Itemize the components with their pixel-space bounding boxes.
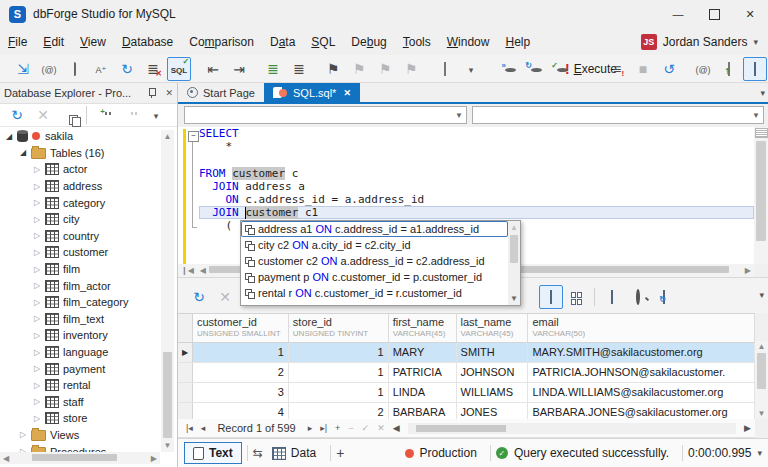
grid-hscrollbar[interactable]	[408, 423, 736, 434]
completion-item[interactable]: payment p ON c.customer_id = p.customer_…	[241, 269, 508, 285]
column-visibility-icon[interactable]	[600, 285, 624, 309]
tree-item-language[interactable]: ▷language	[0, 344, 160, 361]
tree-item-film-actor[interactable]: ▷film_actor	[0, 277, 160, 294]
tree-item-city[interactable]: ▷city	[0, 211, 160, 228]
auto-refresh-grid-icon[interactable]: ↻	[652, 285, 676, 309]
completion-item[interactable]: address a1 ON c.address_id = a1.address_…	[241, 221, 508, 237]
column-header-customer_id[interactable]: customer_idUNSIGNED SMALLINT	[193, 314, 289, 342]
tab-list-caret-icon[interactable]: ▾	[760, 88, 765, 98]
grid-cell[interactable]: 3	[193, 383, 289, 402]
menu-tools[interactable]: Tools	[395, 31, 439, 53]
first-record-button[interactable]: |◂	[182, 423, 197, 433]
grid-cell[interactable]: 1	[289, 343, 389, 362]
expand-icon[interactable]: ▷	[32, 381, 42, 390]
database-combobox[interactable]: ▼	[472, 106, 764, 124]
code-line[interactable]: ON c.address_id = a.address_id	[199, 193, 754, 206]
grid-cell[interactable]: PATRICIA	[389, 363, 457, 382]
find-in-grid-icon[interactable]	[626, 285, 650, 309]
tree-item-country[interactable]: ▷country	[0, 228, 160, 245]
tree-item-film-category[interactable]: ▷film_category	[0, 294, 160, 311]
menu-comparison[interactable]: Comparison	[181, 31, 262, 53]
split-editor-handle[interactable]	[755, 128, 768, 138]
grid-cell[interactable]: JOHNSON	[457, 363, 529, 382]
expand-icon[interactable]: ▷	[32, 314, 42, 323]
grid-cell[interactable]: MARY.SMITH@sakilacustomer.org	[528, 343, 755, 362]
query-profiler-icon[interactable]: (@)	[691, 57, 715, 81]
expand-icon[interactable]: ▷	[32, 231, 42, 240]
tree-item-actor[interactable]: ▷actor	[0, 161, 160, 178]
change-case-icon[interactable]: A⁺	[89, 57, 113, 81]
fold-collapse-icon[interactable]: −	[188, 131, 199, 142]
data-view-tab[interactable]: Data	[263, 442, 325, 464]
column-header-store_id[interactable]: store_idUNSIGNED TINYINT	[289, 314, 389, 342]
tree-item-address[interactable]: ▷address	[0, 178, 160, 195]
column-header-first_name[interactable]: first_nameVARCHAR(45)	[389, 314, 457, 342]
text-view-tab[interactable]: Text	[184, 442, 242, 464]
tree-item-category[interactable]: ▷category	[0, 194, 160, 211]
expand-icon[interactable]: ▷	[32, 298, 42, 307]
expand-icon[interactable]: ▷	[32, 182, 42, 191]
maximize-button[interactable]	[696, 0, 732, 28]
tree-item-sakila[interactable]: ◢sakila	[0, 128, 160, 145]
table-row[interactable]: 31LINDAWILLIAMSLINDA.WILLIAMS@sakilacust…	[178, 383, 755, 403]
tree-item-customer[interactable]: ▷customer	[0, 244, 160, 261]
grid-hscroll-right-icon[interactable]: ▶	[740, 423, 755, 433]
menu-view[interactable]: View	[72, 31, 114, 53]
close-panel-icon[interactable]: ✕	[165, 88, 173, 98]
pin-icon[interactable]	[147, 88, 157, 98]
statusbar-overflow-icon[interactable]: ▾	[757, 448, 762, 458]
grid-cell[interactable]: 1	[289, 363, 389, 382]
tree-item-tables-16-[interactable]: ◢Tables (16)	[0, 145, 160, 162]
close-button[interactable]: ✕	[732, 0, 768, 28]
tree-item-staff[interactable]: ▷staff	[0, 394, 160, 411]
explorer-hscrollbar[interactable]: ◀▶	[0, 452, 160, 464]
tree-item-store[interactable]: ▷store	[0, 410, 160, 427]
grid-cell[interactable]: 1	[289, 383, 389, 402]
format-selection-icon[interactable]: ≣	[287, 57, 311, 81]
connection-combobox[interactable]: ▼	[184, 106, 467, 124]
tree-item-views[interactable]: ▷Views	[0, 427, 160, 444]
code-line[interactable]	[199, 153, 754, 166]
code-line[interactable]: SELECT	[199, 127, 754, 140]
tab-start-page[interactable]: Start Page	[178, 83, 264, 102]
tree-item-film-text[interactable]: ▷film_text	[0, 311, 160, 328]
swap-views-icon[interactable]: ⇆	[253, 447, 263, 459]
refresh-connection-icon[interactable]: ↻	[519, 57, 543, 81]
menu-database[interactable]: Database	[114, 31, 181, 53]
menu-edit[interactable]: Edit	[35, 31, 72, 53]
toggle-bookmark-icon[interactable]: ⚑	[321, 57, 345, 81]
grid-cell[interactable]: SMITH	[457, 343, 529, 362]
export-script-icon[interactable]: ⇡	[717, 57, 741, 81]
grid-hscroll-left-icon[interactable]: ◀	[389, 423, 404, 433]
expand-icon[interactable]: ▷	[32, 281, 42, 290]
next-record-button[interactable]: ▸	[304, 423, 317, 433]
execute-script-icon[interactable]: ≡!	[605, 57, 629, 81]
tree-item-inventory[interactable]: ▷inventory	[0, 327, 160, 344]
menu-debug[interactable]: Debug	[343, 31, 394, 53]
column-header-last_name[interactable]: last_nameVARCHAR(45)	[457, 314, 529, 342]
tree-item-payment[interactable]: ▷payment	[0, 360, 160, 377]
expand-icon[interactable]: ▷	[32, 331, 42, 340]
duplicate-icon[interactable]	[57, 103, 81, 127]
expand-icon[interactable]: ▷	[32, 414, 42, 423]
completion-item[interactable]: customer c2 ON a.address_id = c2.address…	[241, 253, 508, 269]
rename-icon[interactable]	[63, 57, 87, 81]
editor-vscrollbar[interactable]	[754, 127, 768, 264]
explorer-vscrollbar[interactable]: ▲ ▼	[161, 130, 174, 452]
history-icon[interactable]: ↺	[657, 57, 681, 81]
sql-syntax-check-icon[interactable]: SQL✓	[167, 57, 191, 81]
popup-scrollbar[interactable]: ▲ ▼	[508, 221, 520, 305]
environment-label[interactable]: Production	[420, 446, 477, 460]
completion-item[interactable]: rental r ON c.customer_id = r.customer_i…	[241, 285, 508, 301]
menu-help[interactable]: Help	[497, 31, 538, 53]
expand-icon[interactable]: ▷	[32, 364, 42, 373]
code-line[interactable]: JOIN address a	[199, 180, 754, 193]
refresh-icon[interactable]: ↻	[5, 103, 29, 127]
grid-vscrollbar[interactable]: ▲ ▼	[755, 341, 768, 419]
grid-cell[interactable]: LINDA.WILLIAMS@sakilacustomer.org	[528, 383, 755, 402]
table-row[interactable]: 21PATRICIAJOHNSONPATRICIA.JOHNSON@sakila…	[178, 363, 755, 383]
tree-item-film[interactable]: ▷film	[0, 261, 160, 278]
expand-icon[interactable]: ▷	[32, 265, 42, 274]
grid-cell[interactable]: WILLIAMS	[457, 383, 529, 402]
tree-item-rental[interactable]: ▷rental	[0, 377, 160, 394]
